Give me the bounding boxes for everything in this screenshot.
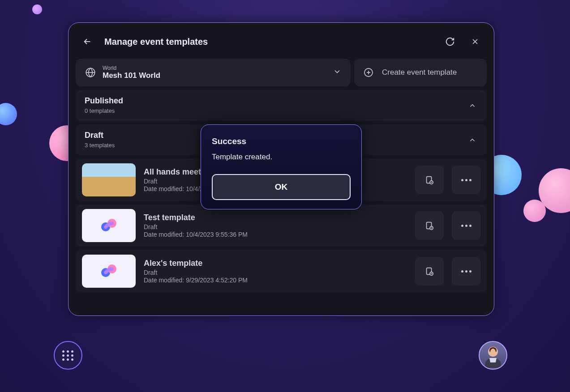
- more-icon: [461, 270, 471, 273]
- more-icon: [461, 225, 471, 227]
- plus-circle-icon: [363, 67, 374, 78]
- world-selector[interactable]: World Mesh 101 World: [76, 59, 351, 86]
- template-action-button[interactable]: [415, 211, 444, 240]
- template-date: Date modified: 9/29/2023 4:52:20 PM: [144, 277, 248, 284]
- template-more-button[interactable]: [452, 257, 480, 285]
- chevron-down-icon: [333, 67, 342, 78]
- grid-icon: [62, 350, 74, 361]
- top-row: World Mesh 101 World Create event templa…: [76, 59, 487, 86]
- svg-point-2: [364, 68, 373, 77]
- template-event-icon: [424, 266, 434, 276]
- template-row[interactable]: Test template Draft Date modified: 10/4/…: [76, 205, 487, 247]
- globe-icon: [85, 67, 96, 78]
- world-label: World: [103, 65, 160, 71]
- svg-point-9: [101, 268, 110, 277]
- dialog-message: Template created.: [212, 153, 351, 162]
- mesh-logo-icon: [98, 260, 120, 282]
- more-icon: [461, 179, 471, 181]
- refresh-button[interactable]: [442, 34, 458, 50]
- template-action-button[interactable]: [415, 166, 444, 194]
- back-button[interactable]: [79, 34, 95, 50]
- template-event-icon: [424, 175, 434, 185]
- template-thumbnail: [82, 163, 136, 196]
- world-value: Mesh 101 World: [103, 71, 160, 80]
- ok-button-label: OK: [275, 182, 288, 192]
- svg-rect-11: [427, 268, 432, 275]
- template-date: Date modified: 10/4/2023 9:55:36 PM: [144, 231, 248, 238]
- template-more-button[interactable]: [452, 211, 480, 240]
- svg-rect-7: [427, 222, 432, 229]
- bg-bubble: [32, 4, 42, 14]
- template-row[interactable]: Alex's template Draft Date modified: 9/2…: [76, 250, 487, 292]
- ok-button[interactable]: OK: [212, 174, 351, 200]
- collapse-published-button[interactable]: [467, 100, 478, 111]
- template-meta: Alex's template Draft Date modified: 9/2…: [144, 259, 248, 284]
- chevron-up-icon: [468, 136, 476, 144]
- svg-point-4: [430, 181, 433, 184]
- page-title: Manage event templates: [104, 37, 433, 47]
- svg-point-8: [430, 226, 433, 230]
- template-status: Draft: [144, 223, 248, 230]
- template-event-icon: [424, 221, 434, 230]
- close-button[interactable]: [467, 34, 483, 50]
- create-template-label: Create event template: [382, 68, 457, 77]
- world-selector-text: World Mesh 101 World: [103, 65, 160, 80]
- chevron-up-icon: [468, 102, 476, 110]
- collapse-draft-button[interactable]: [467, 135, 478, 145]
- published-count: 0 templates: [85, 107, 115, 114]
- svg-point-6: [107, 219, 116, 228]
- arrow-left-icon: [82, 37, 92, 47]
- template-status: Draft: [144, 269, 248, 276]
- template-name: Alex's template: [144, 259, 248, 268]
- dialog-title: Success: [212, 136, 351, 146]
- svg-point-1: [86, 68, 95, 77]
- template-thumbnail: [82, 255, 136, 288]
- svg-point-0: [488, 347, 498, 357]
- success-dialog: Success Template created. OK: [201, 124, 362, 209]
- close-icon: [471, 37, 480, 46]
- avatar-icon: [480, 343, 506, 368]
- svg-point-12: [430, 272, 433, 275]
- draft-count: 3 templates: [85, 142, 115, 149]
- avatar-button[interactable]: [479, 341, 507, 370]
- create-template-button[interactable]: Create event template: [354, 59, 487, 86]
- template-thumbnail: [82, 209, 136, 242]
- template-meta: Test template Draft Date modified: 10/4/…: [144, 213, 248, 238]
- panel-header: Manage event templates: [76, 34, 487, 55]
- svg-point-10: [107, 264, 116, 273]
- published-section-header[interactable]: Published 0 templates: [76, 90, 487, 121]
- published-title: Published: [85, 96, 467, 106]
- bg-bubble: [0, 103, 17, 125]
- app-grid-button[interactable]: [54, 341, 82, 370]
- template-action-button[interactable]: [415, 257, 444, 285]
- template-name: Test template: [144, 213, 248, 222]
- svg-point-5: [101, 222, 110, 231]
- mesh-logo-icon: [98, 214, 120, 237]
- bg-bubble: [523, 200, 546, 222]
- template-more-button[interactable]: [452, 166, 480, 194]
- svg-rect-3: [427, 177, 432, 183]
- refresh-icon: [445, 37, 455, 47]
